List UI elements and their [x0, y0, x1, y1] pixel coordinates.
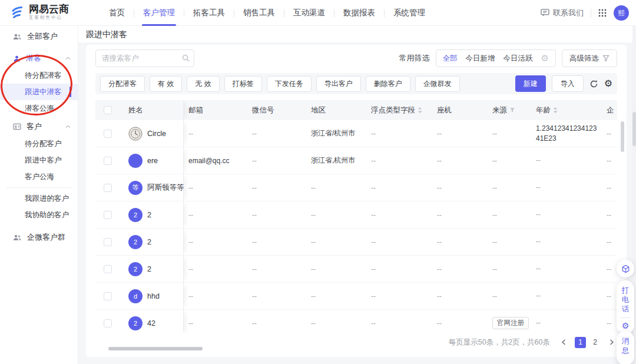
cell-ent: -- [602, 201, 617, 228]
cell-age: 1.2341234123412341E23 [531, 120, 602, 147]
customer-name[interactable]: 2 [147, 265, 151, 273]
page-button-1[interactable]: 1 [575, 337, 586, 348]
toolbar-button-0[interactable]: 分配潜客 [100, 76, 145, 92]
sidebar-item-1[interactable]: 潜客 [0, 49, 78, 67]
sidebar-item-2[interactable]: 待分配潜客 [0, 67, 78, 84]
chevron-up-icon[interactable] [65, 57, 71, 60]
customer-name[interactable]: 阿斯顿等等 [147, 183, 184, 193]
horizontal-scrollbar[interactable] [108, 347, 203, 350]
nav-item-6[interactable]: 系统管理 [385, 0, 434, 26]
search-input[interactable] [95, 49, 194, 67]
app-logo[interactable]: 网易云商 互客销售中心 [9, 4, 69, 21]
column-header-phone[interactable]: 座机 [432, 105, 488, 115]
customer-name[interactable]: 2 [147, 238, 151, 246]
sidebar-item-8[interactable]: 客户公海 [0, 168, 78, 185]
nav-item-1[interactable]: 客户管理 [134, 0, 184, 26]
nav-item-4[interactable]: 互动渠道 [284, 0, 334, 26]
sidebar-item-label: 潜客 [26, 53, 41, 64]
sidebar-item-6[interactable]: 待分配客户 [0, 135, 78, 152]
prev-page-icon[interactable] [558, 337, 569, 348]
cell-value: -- [188, 130, 193, 138]
sidebar-item-7[interactable]: 跟进中客户 [0, 152, 78, 168]
phone-call-button[interactable]: 打电话 [622, 286, 630, 314]
header-fixed-cells: 姓名 [95, 100, 184, 120]
nav-item-0[interactable]: 首页 [100, 0, 134, 26]
sidebar-item-5[interactable]: 客户 [0, 118, 78, 135]
column-header-float_field[interactable]: 浮点类型字段 [366, 105, 432, 115]
next-page-icon[interactable] [607, 337, 617, 348]
call-settings-icon[interactable]: ⚙ [622, 322, 630, 330]
cell-email: -- [184, 229, 247, 255]
sidebar-item-10[interactable]: 我跟进的客户 [0, 190, 78, 207]
cell-region: -- [306, 229, 366, 255]
apps-grid-icon[interactable] [598, 9, 607, 17]
row-checkbox[interactable] [104, 319, 112, 327]
cell-value: -- [607, 184, 611, 192]
contact-us-button[interactable]: 联系我们 [541, 8, 584, 18]
cell-value: 浙江省,杭州市 [311, 155, 355, 166]
column-header-email[interactable]: 邮箱 [184, 105, 247, 115]
cube-float-button[interactable] [617, 260, 634, 277]
row-checkbox[interactable] [104, 211, 112, 219]
sidebar-item-label: 待分配潜客 [25, 71, 62, 81]
nav-item-2[interactable]: 拓客工具 [184, 0, 234, 26]
search-icon[interactable] [182, 54, 190, 62]
sidebar-item-11[interactable]: 我协助的客户 [0, 207, 78, 223]
chevron-up-icon[interactable] [65, 125, 71, 128]
advanced-filter-button[interactable]: 高级筛选 [562, 49, 617, 67]
column-header-region[interactable]: 地区 [306, 105, 366, 115]
sidebar-item-0[interactable]: 全部客户 [0, 27, 78, 46]
page-button-2[interactable]: 2 [589, 337, 601, 348]
nav-item-3[interactable]: 销售工具 [234, 0, 284, 26]
sidebar-item-4[interactable]: 潜客公海 [0, 100, 78, 117]
toolbar-button-3[interactable]: 打标签 [224, 76, 262, 92]
column-header-age[interactable]: 年龄 [531, 105, 602, 115]
table-settings-icon[interactable]: ⚙ [604, 79, 612, 88]
row-checkbox[interactable] [104, 265, 112, 273]
quick-filter-0[interactable]: 全部 [443, 54, 458, 64]
cell-region: -- [306, 256, 366, 282]
column-header-source[interactable]: 来源 [488, 105, 531, 115]
refresh-icon[interactable] [589, 80, 598, 88]
toolbar-button-2[interactable]: 无 效 [187, 76, 219, 92]
customer-name[interactable]: 42 [147, 319, 155, 327]
import-button[interactable]: 导入 [552, 75, 584, 92]
column-label: 姓名 [128, 105, 143, 115]
customer-name[interactable]: 2 [147, 211, 151, 219]
quick-filter-1[interactable]: 今日新增 [466, 54, 495, 64]
row-checkbox[interactable] [104, 130, 112, 138]
select-all-checkbox[interactable] [104, 106, 112, 114]
cell-source: -- [488, 229, 531, 255]
column-header-name[interactable]: 姓名 [128, 105, 184, 115]
customer-name[interactable]: hhd [147, 292, 160, 300]
cell-value: -- [607, 319, 611, 327]
table-row: 22---------------- [95, 201, 617, 229]
column-header-wechat[interactable]: 微信号 [247, 105, 306, 115]
table-vertical-scrollbar[interactable] [621, 121, 624, 152]
sidebar-item-12[interactable]: 企微客户群 [0, 228, 78, 247]
toolbar-button-5[interactable]: 导出客户 [316, 76, 361, 92]
page-scrollbar-thumb[interactable] [632, 112, 636, 146]
toolbar-button-4[interactable]: 下发任务 [267, 76, 312, 92]
toolbar-button-1[interactable]: 有 效 [150, 76, 182, 92]
filter-settings-icon[interactable]: ⚙ [541, 54, 549, 63]
cell-phone: -- [432, 283, 488, 309]
toolbar-button-6[interactable]: 删除客户 [366, 76, 410, 92]
row-checkbox[interactable] [104, 184, 112, 192]
user-avatar[interactable]: 熙 [614, 5, 629, 21]
nav-item-5[interactable]: 数据报表 [334, 0, 384, 26]
row-checkbox[interactable] [104, 292, 112, 300]
sidebar-menu: 全部客户潜客待分配潜客跟进中潜客潜客公海客户待分配客户跟进中客户客户公海我跟进的… [0, 27, 78, 247]
customer-name[interactable]: ere [147, 157, 158, 165]
row-checkbox[interactable] [104, 238, 112, 246]
create-button[interactable]: 新建 [515, 75, 546, 92]
sidebar-item-3[interactable]: 跟进中潜客 [0, 84, 78, 100]
message-button[interactable]: 消息 [622, 336, 630, 355]
column-header-ent[interactable]: 企 [602, 105, 617, 115]
quick-filter-2[interactable]: 今日活跃 [504, 54, 533, 64]
row-checkbox[interactable] [104, 157, 112, 165]
message-float-widget: 消息 [617, 331, 634, 364]
table-header-scroll: 邮箱微信号地区浮点类型字段座机来源年龄企 [184, 100, 617, 120]
toolbar-button-7[interactable]: 企微群发 [415, 76, 460, 92]
customer-name[interactable]: Circle [147, 130, 166, 138]
